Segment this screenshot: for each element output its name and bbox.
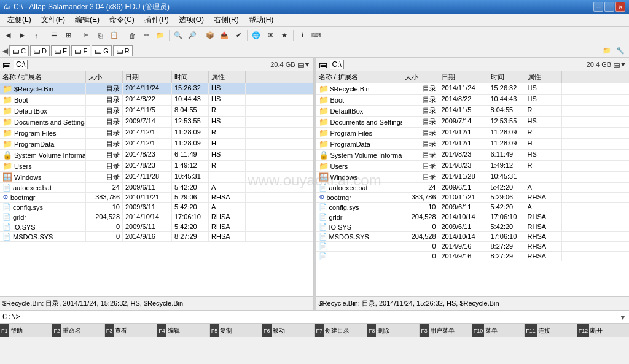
tb-unpack[interactable]: 📤 [217, 29, 231, 42]
left-file-row-8[interactable]: 🪟Windows 目录 2014/11/28 10:45:31 [0, 172, 313, 183]
left-file-row-14[interactable]: 📄MSDOS.SYS 0 2014/9/16 8:27:29 RHSA [0, 232, 313, 242]
cmd-dropdown-icon[interactable]: ▼ [619, 313, 627, 322]
tb-cmdprompt[interactable]: ⌨ [310, 29, 323, 42]
menu-edit[interactable]: 编辑(E) [70, 14, 104, 26]
menu-plugin[interactable]: 插件(P) [139, 14, 174, 26]
left-file-row-3[interactable]: 📁Documents and Settings 目录 2009/7/14 12:… [0, 117, 313, 128]
left-file-row-7[interactable]: 📁Users 目录 2014/8/23 1:49:12 R [0, 161, 313, 172]
left-file-row-5[interactable]: 📁ProgramData 目录 2014/12/1 11:28:09 H [0, 139, 313, 150]
tb-pack[interactable]: 📦 [203, 29, 217, 42]
fkey-f7[interactable]: F7 创建目录 [315, 324, 367, 337]
fkey-f5[interactable]: F5 复制 [210, 324, 262, 337]
left-file-row-11[interactable]: 📄config.sys 10 2009/6/11 5:42:20 A [0, 203, 313, 212]
tb-filter[interactable]: ⊞ [61, 29, 75, 42]
left-col-size[interactable]: 大小 [86, 71, 123, 83]
fkey-f8[interactable]: F8 删除 [367, 324, 420, 337]
right-col-name[interactable]: 名称 / 扩展名 [316, 71, 402, 83]
drive-extra-2[interactable]: 🔧 [614, 44, 627, 58]
tb-view[interactable]: ☰ [47, 29, 61, 42]
right-file-row-10[interactable]: ⚙bootmgr 383,786 2010/11/21 5:29:06 RHSA [316, 193, 630, 203]
right-file-row-8[interactable]: 🪟Windows 目录 2014/11/28 10:45:31 [316, 172, 630, 183]
right-file-row-6[interactable]: 🔒System Volume Information 目录 2014/8/23 … [316, 150, 630, 161]
right-file-row-4[interactable]: 📁Program Files 目录 2014/12/1 11:28:09 R [316, 128, 630, 139]
menu-file[interactable]: 文件(F) [36, 14, 70, 26]
tb-back[interactable]: ◀ [1, 29, 15, 42]
tb-net[interactable]: 🌐 [249, 29, 263, 42]
fkey-f9[interactable]: F3 用户菜单 [420, 324, 472, 337]
left-col-attr[interactable]: 属性 [209, 71, 246, 83]
cmd-input[interactable] [21, 313, 619, 322]
right-col-time[interactable]: 时间 [488, 71, 525, 83]
tb-forward[interactable]: ▶ [15, 29, 29, 42]
right-file-row-9[interactable]: 📄autoexec.bat 24 2009/6/11 5:42:20 A [316, 183, 630, 193]
left-file-list[interactable]: 名称 / 扩展名 大小 日期 时间 属性 📁$Recycle.Bin 目录 20… [0, 71, 313, 296]
left-col-time[interactable]: 时间 [172, 71, 209, 83]
left-file-row-1[interactable]: 📁Boot 目录 2014/8/22 10:44:43 HS [0, 95, 313, 106]
right-col-size[interactable]: 大小 [402, 71, 439, 83]
tb-rename[interactable]: ✏ [139, 29, 153, 42]
right-col-date[interactable]: 日期 [439, 71, 488, 83]
menu-options[interactable]: 选项(O) [174, 14, 209, 26]
fkey-f3[interactable]: F3 查看 [105, 324, 157, 337]
right-file-row-15[interactable]: 📄 0 2014/9/16 8:27:29 RHSA [316, 242, 630, 252]
tb-newfolder[interactable]: 📁 [154, 29, 167, 42]
fkey-f1[interactable]: F1 帮助 [0, 324, 52, 337]
fkey-f10[interactable]: F10 菜单 [472, 324, 525, 337]
left-file-row-9[interactable]: 📄autoexec.bat 24 2009/6/11 5:42:20 A [0, 183, 313, 193]
fkey-f12[interactable]: F12 断开 [577, 324, 629, 337]
right-file-row-13[interactable]: 📄IO.SYS 0 2009/6/11 5:42:20 RHSA [316, 222, 630, 232]
menu-help[interactable]: 帮助(H) [244, 14, 279, 26]
left-file-row-12[interactable]: 📄grldr 204,528 2014/10/14 17:06:10 RHSA [0, 212, 313, 222]
tb-findfile[interactable]: 🔎 [186, 29, 199, 42]
left-file-row-4[interactable]: 📁Program Files 目录 2014/12/1 11:28:09 R [0, 128, 313, 139]
maximize-button[interactable]: □ [604, 2, 614, 12]
tb-cut[interactable]: ✂ [79, 29, 93, 42]
right-file-list[interactable]: 名称 / 扩展名 大小 日期 时间 属性 📁$Recycle.Bin 目录 20… [316, 71, 630, 296]
left-col-date[interactable]: 日期 [123, 71, 172, 83]
fkey-f4[interactable]: F4 编辑 [157, 324, 209, 337]
right-file-row-14[interactable]: 📄MSDOS.SYS 204,528 2014/10/14 17:06:10 R… [316, 232, 630, 242]
close-button[interactable]: ✕ [615, 2, 625, 12]
drive-f[interactable]: 🖴 F [71, 45, 90, 56]
tb-delete[interactable]: 🗑 [125, 29, 139, 42]
left-file-row-0[interactable]: 📁$Recycle.Bin 目录 2014/11/24 15:26:32 HS [0, 83, 313, 95]
right-file-row-16[interactable]: 📄 0 2014/9/16 8:27:29 RHSA [316, 252, 630, 261]
drive-r[interactable]: 🖴 R [113, 45, 133, 56]
drive-c[interactable]: 🖴 C [9, 45, 29, 56]
drive-extra-1[interactable]: 📁 [601, 44, 613, 58]
fkey-f2[interactable]: F2 重命名 [52, 324, 104, 337]
drive-arrow-left[interactable]: ◀ [2, 47, 8, 55]
left-file-row-13[interactable]: 📄IO.SYS 0 2009/6/11 5:42:20 RHSA [0, 222, 313, 232]
menu-command[interactable]: 命令(C) [104, 14, 139, 26]
tb-bookmark[interactable]: ★ [278, 29, 291, 42]
right-file-row-0[interactable]: 📁$Recycle.Bin 目录 2014/11/24 15:26:32 HS [316, 83, 630, 95]
left-file-row-6[interactable]: 🔒System Volume Information 目录 2014/8/23 … [0, 150, 313, 161]
right-file-row-7[interactable]: 📁Users 目录 2014/8/23 1:49:12 R [316, 161, 630, 172]
tb-paste[interactable]: 📋 [107, 29, 121, 42]
tb-verify[interactable]: ✔ [232, 29, 245, 42]
right-file-row-3[interactable]: 📁Documents and Settings 目录 2009/7/14 12:… [316, 117, 630, 128]
drive-g[interactable]: 🖴 G [92, 45, 112, 56]
drive-e[interactable]: 🖴 E [51, 45, 70, 56]
tb-email[interactable]: ✉ [264, 29, 277, 42]
right-drive-btn[interactable]: C:\ [330, 60, 344, 69]
tb-sysinfo[interactable]: ℹ [295, 29, 309, 42]
right-file-row-12[interactable]: 📄grldr 204,528 2014/10/14 17:06:10 RHSA [316, 212, 630, 222]
tb-up[interactable]: ↑ [29, 29, 43, 42]
left-drive-btn[interactable]: C:\ [14, 60, 28, 69]
drive-d[interactable]: 🖴 D [30, 45, 50, 56]
left-file-row-10[interactable]: ⚙bootmgr 383,786 2010/11/21 5:29:06 RHSA [0, 193, 313, 203]
left-file-row-2[interactable]: 📁DefaultBox 目录 2014/11/5 8:04:55 R [0, 106, 313, 117]
right-file-row-11[interactable]: 📄config.sys 10 2009/6/11 5:42:20 A [316, 203, 630, 212]
tb-find[interactable]: 🔍 [171, 29, 185, 42]
right-file-row-2[interactable]: 📁DefaultBox 目录 2014/11/5 8:04:55 R [316, 106, 630, 117]
menu-left[interactable]: 左侧(L) [2, 14, 36, 26]
left-col-name[interactable]: 名称 / 扩展名 [0, 71, 86, 83]
right-col-attr[interactable]: 属性 [525, 71, 562, 83]
tb-copy[interactable]: ⎘ [93, 29, 107, 42]
minimize-button[interactable]: ─ [593, 2, 603, 12]
fkey-f11[interactable]: F11 连接 [525, 324, 577, 337]
right-file-row-1[interactable]: 📁Boot 目录 2014/8/22 10:44:43 HS [316, 95, 630, 106]
fkey-f6[interactable]: F6 移动 [262, 324, 314, 337]
right-file-row-5[interactable]: 📁ProgramData 目录 2014/12/1 11:28:09 H [316, 139, 630, 150]
